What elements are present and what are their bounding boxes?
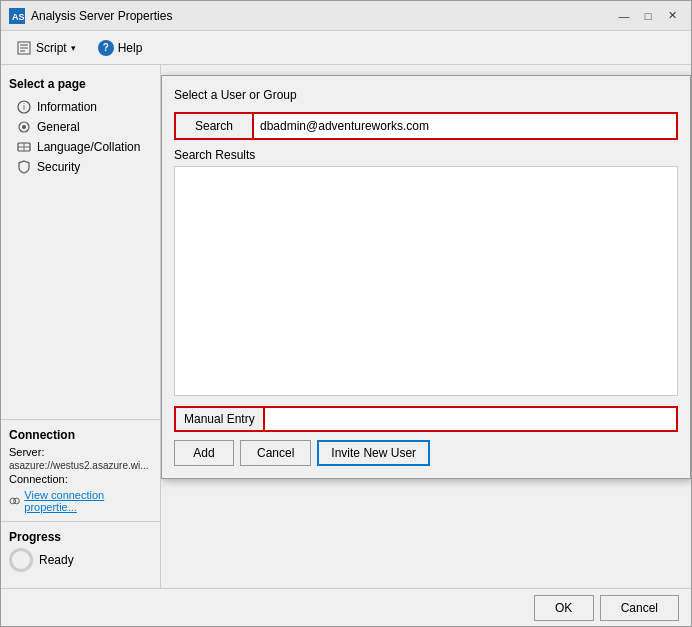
sidebar-item-language[interactable]: Language/Collation xyxy=(1,137,160,157)
sidebar-item-security[interactable]: Security xyxy=(1,157,160,177)
sidebar: Select a page i Information General xyxy=(1,65,161,588)
manual-entry-row: Manual Entry xyxy=(174,406,678,432)
connection-section: Connection Server: asazure://westus2.asa… xyxy=(1,419,160,521)
progress-title: Progress xyxy=(9,530,152,544)
connection-link-text: View connection propertie... xyxy=(24,489,152,513)
connection-label: Connection: xyxy=(9,473,152,485)
search-button[interactable]: Search xyxy=(174,112,254,140)
security-icon xyxy=(17,160,31,174)
connection-link-icon xyxy=(9,495,20,507)
svg-text:i: i xyxy=(23,102,25,112)
minimize-button[interactable]: — xyxy=(613,6,635,26)
script-dropdown-icon: ▾ xyxy=(71,43,76,53)
cancel-button[interactable]: Cancel xyxy=(240,440,311,466)
sidebar-label-information: Information xyxy=(37,100,97,114)
window-title: Analysis Server Properties xyxy=(31,9,172,23)
progress-area: Ready xyxy=(9,548,152,572)
help-label: Help xyxy=(118,41,143,55)
dialog-buttons: Add Cancel Invite New User xyxy=(174,440,678,466)
sidebar-item-information[interactable]: i Information xyxy=(1,97,160,117)
close-button[interactable]: ✕ xyxy=(661,6,683,26)
svg-point-9 xyxy=(22,125,26,129)
main-content: Select a page i Information General xyxy=(1,65,691,588)
script-label: Script xyxy=(36,41,67,55)
connection-title: Connection xyxy=(9,428,152,442)
help-button[interactable]: ? Help xyxy=(91,37,150,59)
information-icon: i xyxy=(17,100,31,114)
script-icon xyxy=(16,40,32,56)
add-button[interactable]: Add xyxy=(174,440,234,466)
view-connection-link[interactable]: View connection propertie... xyxy=(9,489,152,513)
sidebar-label-security: Security xyxy=(37,160,80,174)
sidebar-label-general: General xyxy=(37,120,80,134)
script-button[interactable]: Script ▾ xyxy=(9,37,83,59)
title-bar-left: AS Analysis Server Properties xyxy=(9,8,172,24)
search-results-label: Search Results xyxy=(174,148,678,162)
progress-spinner xyxy=(9,548,33,572)
general-icon xyxy=(17,120,31,134)
language-icon xyxy=(17,140,31,154)
progress-status: Ready xyxy=(39,553,74,567)
svg-text:AS: AS xyxy=(12,12,24,22)
search-results-area xyxy=(174,166,678,396)
title-bar: AS Analysis Server Properties — □ ✕ xyxy=(1,1,691,31)
svg-point-14 xyxy=(14,498,20,504)
help-icon: ? xyxy=(98,40,114,56)
dialog-title: Select a User or Group xyxy=(174,88,678,102)
search-input[interactable] xyxy=(254,112,678,140)
manual-entry-input[interactable] xyxy=(265,406,678,432)
sidebar-label-language: Language/Collation xyxy=(37,140,140,154)
progress-section: Progress Ready xyxy=(1,521,160,580)
cancel-bottom-button[interactable]: Cancel xyxy=(600,595,679,621)
main-window: AS Analysis Server Properties — □ ✕ Scri… xyxy=(0,0,692,627)
page-content: es to a user or a group of Add... Remove… xyxy=(161,65,691,588)
sidebar-item-general[interactable]: General xyxy=(1,117,160,137)
select-page-label: Select a page xyxy=(1,73,160,97)
ok-button[interactable]: OK xyxy=(534,595,594,621)
search-row: Search xyxy=(174,112,678,140)
bottom-bar: OK Cancel xyxy=(1,588,691,626)
maximize-button[interactable]: □ xyxy=(637,6,659,26)
app-icon: AS xyxy=(9,8,25,24)
title-buttons: — □ ✕ xyxy=(613,6,683,26)
select-user-dialog: Select a User or Group Search Search Res… xyxy=(161,75,691,479)
invite-new-user-button[interactable]: Invite New User xyxy=(317,440,430,466)
manual-entry-label: Manual Entry xyxy=(174,406,265,432)
server-label: Server: xyxy=(9,446,152,458)
server-value: asazure://westus2.asazure.wi... xyxy=(9,460,152,471)
toolbar: Script ▾ ? Help xyxy=(1,31,691,65)
